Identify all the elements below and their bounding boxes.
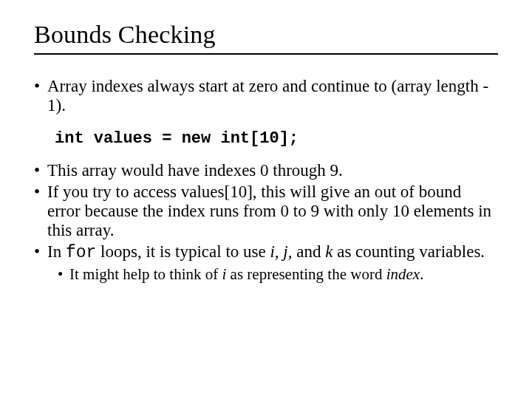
text-fragment: loops, it is typical to use xyxy=(96,242,270,261)
bullet-text: In for loops, it is typical to use i, j,… xyxy=(47,242,498,262)
bullet-item: • This array would have indexes 0 throug… xyxy=(34,161,498,180)
bullet-dot-icon: • xyxy=(34,183,47,241)
bullet-dot-icon: • xyxy=(58,265,69,283)
slide-content: • Array indexes always start at zero and… xyxy=(34,77,498,284)
text-fragment: as counting variables. xyxy=(332,242,485,261)
italic-text: index xyxy=(386,265,420,283)
bullet-dot-icon: • xyxy=(34,77,47,116)
bullet-text: If you try to access values[10], this wi… xyxy=(47,183,498,241)
bullet-item: • If you try to access values[10], this … xyxy=(34,183,498,241)
inline-code: for xyxy=(66,243,96,262)
text-fragment: as representing the word xyxy=(226,265,386,283)
text-fragment: It might help to think of xyxy=(69,265,222,283)
bullet-dot-icon: • xyxy=(34,161,47,180)
text-fragment: In xyxy=(47,242,66,261)
sub-bullet-item: • It might help to think of i as represe… xyxy=(58,265,498,283)
text-fragment: . xyxy=(420,265,423,283)
text-fragment: and xyxy=(292,242,325,261)
bullet-item: • Array indexes always start at zero and… xyxy=(34,77,498,116)
italic-text: i, j, xyxy=(270,242,292,261)
slide-title: Bounds Checking xyxy=(34,21,498,49)
slide: Bounds Checking • Array indexes always s… xyxy=(0,0,532,399)
title-underline xyxy=(34,53,498,55)
sub-bullet-text: It might help to think of i as represent… xyxy=(69,265,498,283)
bullet-text: Array indexes always start at zero and c… xyxy=(47,77,498,116)
bullet-item: • In for loops, it is typical to use i, … xyxy=(34,242,498,262)
italic-text: k xyxy=(325,242,332,261)
bullet-text: This array would have indexes 0 through … xyxy=(47,161,498,180)
bullet-dot-icon: • xyxy=(34,242,47,262)
code-example: int values = new int[10]; xyxy=(55,129,498,148)
